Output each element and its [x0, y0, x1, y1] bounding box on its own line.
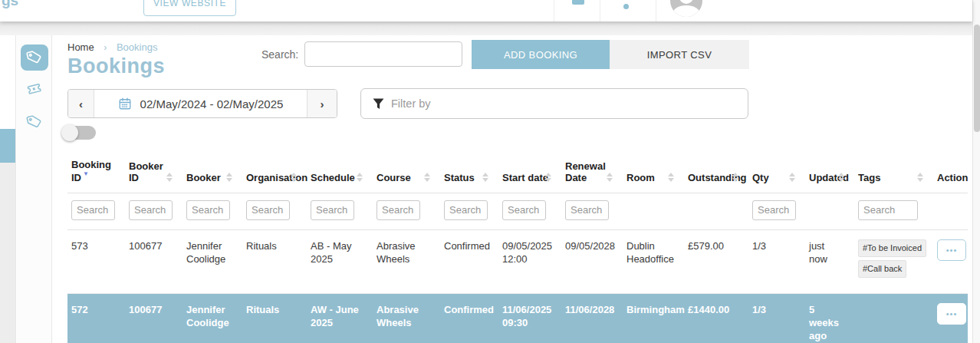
- user-avatar[interactable]: [670, 0, 702, 17]
- column-header-updated[interactable]: Updated: [805, 157, 854, 193]
- sort-arrows-icon: [291, 173, 297, 182]
- cell-updated: just now: [805, 229, 854, 293]
- column-header-organisation[interactable]: Organisation: [242, 157, 307, 193]
- cell-start_date: 09/05/2025 12:00: [498, 229, 561, 293]
- date-next-button[interactable]: ›: [307, 90, 337, 117]
- topbar-divider: [554, 0, 554, 21]
- avatar-person-icon: [679, 0, 693, 4]
- date-range-value: 02/May/2024 - 02/May/2025: [140, 97, 284, 110]
- ellipsis-icon: •••: [946, 309, 958, 318]
- search-status-input[interactable]: [444, 200, 488, 220]
- column-label: Qty: [752, 172, 769, 183]
- cell-qty: 1/3: [748, 293, 805, 343]
- column-header-status[interactable]: Status: [440, 157, 498, 193]
- search-organisation-input[interactable]: [246, 200, 290, 220]
- column-label: Status: [444, 172, 475, 183]
- tag-icon: [25, 48, 43, 67]
- column-header-schedule[interactable]: Schedule: [307, 157, 373, 193]
- column-label: Actions: [937, 172, 968, 183]
- header-row: Booking ID▼Booker IDBookerOrganisationSc…: [67, 157, 968, 193]
- column-header-actions: Actions: [933, 157, 968, 193]
- sidebar-item-labels[interactable]: [21, 109, 48, 135]
- column-label: Booker: [186, 172, 221, 183]
- cell-actions: •••: [933, 293, 968, 343]
- search-course-input[interactable]: [377, 200, 420, 220]
- column-label: Room: [626, 172, 655, 183]
- booking-row-573[interactable]: 573100677Jennifer CoolidgeRitualsAB - Ma…: [67, 229, 968, 293]
- search-booker_id-input[interactable]: [129, 200, 173, 220]
- ticket-icon: [25, 81, 43, 99]
- view-website-button[interactable]: VIEW WEBSITE: [143, 0, 236, 16]
- date-range-display[interactable]: 02/May/2024 - 02/May/2025: [94, 90, 307, 117]
- column-header-outstanding[interactable]: Outstanding: [684, 157, 748, 193]
- toggle-knob[interactable]: [61, 124, 78, 141]
- cell-organisation: Rituals: [242, 229, 307, 293]
- import-csv-button[interactable]: IMPORT CSV: [610, 40, 749, 69]
- breadcrumb-home-link[interactable]: Home: [67, 41, 94, 53]
- cell-status: Confirmed: [440, 229, 498, 293]
- breadcrumb-bookings-link[interactable]: Bookings: [117, 41, 157, 53]
- filter-input[interactable]: Filter by: [360, 88, 748, 119]
- column-label: Booking ID: [71, 159, 111, 183]
- cell-room: Birmingham: [623, 293, 684, 343]
- column-label: Schedule: [311, 172, 355, 183]
- global-search-input[interactable]: [304, 41, 462, 67]
- column-header-booker[interactable]: Booker: [183, 157, 242, 193]
- search-schedule-input[interactable]: [311, 200, 354, 220]
- search-qty-input[interactable]: [752, 200, 796, 220]
- column-header-tags[interactable]: Tags: [854, 157, 933, 193]
- sort-arrows-icon: [917, 173, 923, 182]
- booking-row-572[interactable]: 572100677Jennifer CoolidgeRitualsAW - Ju…: [67, 293, 968, 343]
- cell-renewal_date: 11/06/2028: [561, 293, 623, 343]
- cell-outstanding: £579.00: [684, 229, 748, 293]
- page-title: Bookings: [67, 54, 165, 78]
- breadcrumb-separator: ›: [104, 42, 107, 53]
- column-header-room[interactable]: Room: [623, 157, 684, 193]
- main-content: Home › Bookings Bookings Search: ADD BOO…: [52, 35, 968, 343]
- cell-tags: #To be Invoiced#Call back: [854, 229, 933, 293]
- column-header-booking_id[interactable]: Booking ID▼: [67, 157, 125, 193]
- search-renewal_date-input[interactable]: [565, 200, 609, 220]
- column-label: Start date: [502, 172, 548, 183]
- add-booking-button[interactable]: ADD BOOKING: [472, 40, 610, 69]
- ellipsis-icon: •••: [946, 246, 958, 255]
- cell-status: Confirmed: [440, 293, 498, 343]
- column-header-booker_id[interactable]: Booker ID: [125, 157, 183, 193]
- bookings-page: gs VIEW WEBSITE: [0, 0, 980, 343]
- monitor-icon[interactable]: [572, 0, 584, 5]
- sort-arrows-icon: [357, 173, 363, 182]
- sort-arrows-icon: [545, 173, 551, 182]
- sidebar-item-tickets[interactable]: [21, 77, 48, 103]
- app-logo[interactable]: gs: [2, 0, 18, 9]
- cell-booker: Jennifer Coolidge: [183, 293, 242, 343]
- sidebar-item-bookings[interactable]: [21, 45, 48, 71]
- row-actions-button[interactable]: •••: [937, 303, 966, 325]
- column-header-renewal_date[interactable]: Renewal Date: [561, 157, 623, 193]
- search-start_date-input[interactable]: [502, 200, 546, 220]
- search-tags-input[interactable]: [858, 200, 918, 220]
- sort-arrows-icon: [607, 173, 613, 182]
- sort-arrows-icon: [226, 173, 232, 182]
- tag-pill: #Call back: [858, 260, 906, 278]
- search-booking_id-input[interactable]: [71, 200, 115, 220]
- column-header-course[interactable]: Course: [373, 157, 440, 193]
- cell-organisation: Rituals: [242, 293, 307, 343]
- notification-dot-icon[interactable]: [623, 4, 629, 9]
- cell-booker_id: 100677: [125, 229, 183, 293]
- icon-sidebar: [17, 35, 52, 343]
- date-prev-button[interactable]: ‹: [68, 90, 94, 117]
- cell-booking_id: 573: [67, 229, 125, 293]
- cell-booking_id: 572: [67, 293, 125, 343]
- history-toggle[interactable]: [61, 124, 98, 141]
- search-booker-input[interactable]: [186, 200, 230, 220]
- sort-desc-icon: ▼: [83, 170, 89, 177]
- column-label: Renewal Date: [565, 160, 606, 183]
- row-actions-button[interactable]: •••: [937, 239, 966, 261]
- date-range-picker: ‹ 02/May/2024 - 02/May/2025 ›: [67, 89, 337, 118]
- column-header-qty[interactable]: Qty: [748, 157, 805, 193]
- cell-course: Abrasive Wheels: [373, 229, 440, 293]
- vertical-scrollbar[interactable]: [972, 0, 980, 343]
- column-header-start_date[interactable]: Start date: [498, 157, 561, 193]
- column-filter-row: [67, 193, 968, 229]
- scrollbar-thumb[interactable]: [974, 25, 980, 132]
